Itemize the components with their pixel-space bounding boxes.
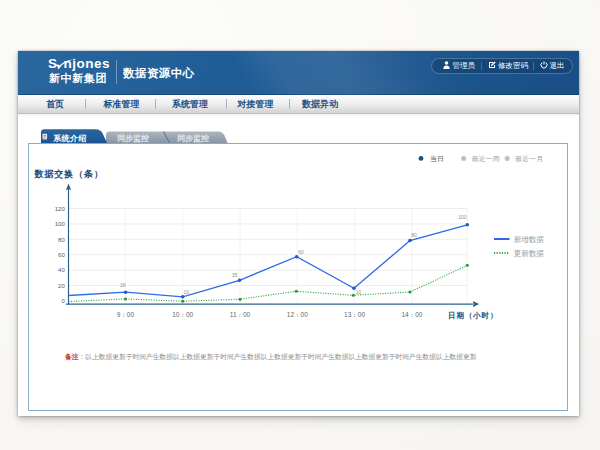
svg-text:80: 80: [411, 232, 417, 238]
svg-text:100: 100: [458, 214, 467, 220]
svg-text:120: 120: [55, 206, 66, 212]
svg-text:40: 40: [58, 267, 65, 273]
svg-text:系统介绍: 系统介绍: [52, 133, 86, 143]
svg-text:11：00: 11：00: [230, 311, 251, 318]
svg-text:日期（小时）: 日期（小时）: [448, 311, 498, 320]
svg-text:35: 35: [232, 272, 238, 278]
svg-text:60: 60: [58, 252, 65, 258]
svg-text:18: 18: [120, 282, 126, 288]
svg-text:同步监控: 同步监控: [117, 134, 149, 143]
svg-text:20: 20: [58, 283, 65, 289]
svg-text:最近一周: 最近一周: [471, 155, 499, 162]
svg-text:13：00: 13：00: [344, 311, 365, 318]
svg-text:10：00: 10：00: [172, 311, 193, 318]
svg-text:10: 10: [184, 289, 190, 295]
svg-text:10: 10: [356, 289, 362, 295]
svg-text:14：00: 14：00: [401, 311, 422, 318]
svg-text:新增数据: 新增数据: [514, 235, 545, 244]
svg-text:60: 60: [298, 249, 304, 255]
svg-text:0: 0: [61, 298, 65, 304]
svg-text:80: 80: [58, 237, 65, 243]
svg-text:最近一月: 最近一月: [515, 155, 543, 163]
svg-text:数据交换（条）: 数据交换（条）: [34, 169, 104, 179]
svg-text:9：00: 9：00: [117, 311, 135, 318]
svg-text:当日: 当日: [430, 155, 444, 163]
svg-text:同步监控: 同步监控: [177, 134, 209, 143]
svg-text:100: 100: [55, 221, 66, 227]
svg-text:12：00: 12：00: [287, 311, 308, 318]
svg-text:更新数据: 更新数据: [514, 249, 545, 258]
